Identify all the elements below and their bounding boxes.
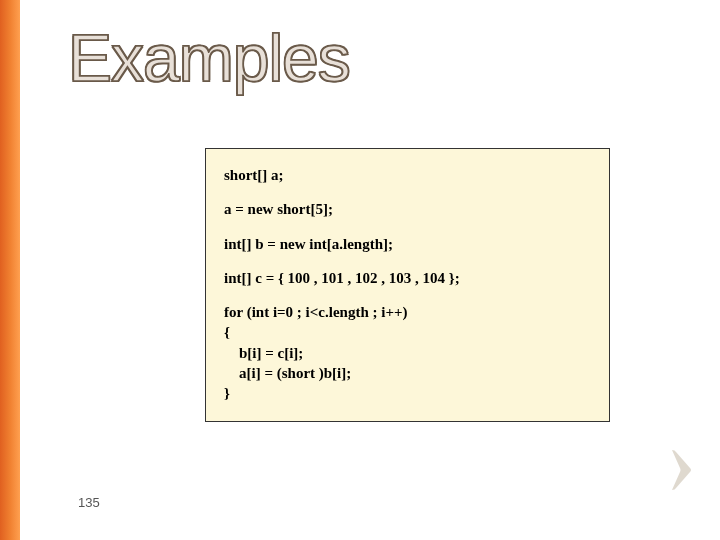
code-line: a = new short[5];	[224, 199, 591, 219]
code-line: b[i] = c[i];	[224, 343, 591, 363]
code-line: {	[224, 322, 591, 342]
code-line: }	[224, 383, 591, 403]
code-line: int[] c = { 100 , 101 , 102 , 103 , 104 …	[224, 268, 591, 288]
code-line: a[i] = (short )b[i];	[224, 363, 591, 383]
slide-content: Examples short[] a; a = new short[5]; in…	[20, 0, 720, 540]
code-line: int[] b = new int[a.length];	[224, 234, 591, 254]
code-line: short[] a;	[224, 165, 591, 185]
slide-number: 135	[78, 495, 100, 510]
page-title: Examples	[68, 20, 350, 96]
code-line: for (int i=0 ; i<c.length ; i++)	[224, 302, 591, 322]
chevron-right-icon	[668, 448, 696, 492]
code-example-box: short[] a; a = new short[5]; int[] b = n…	[205, 148, 610, 422]
accent-stripe	[0, 0, 20, 540]
